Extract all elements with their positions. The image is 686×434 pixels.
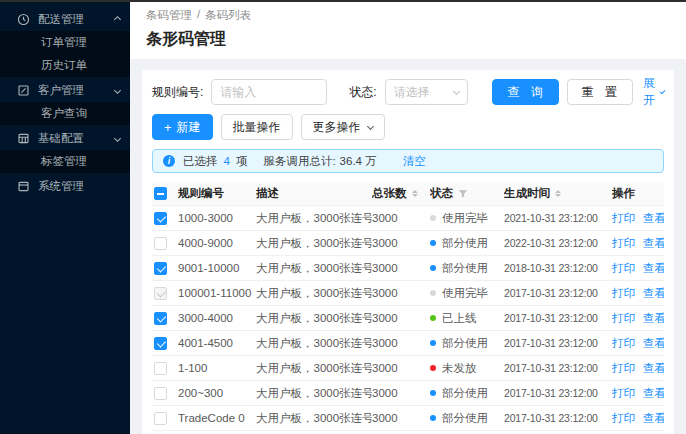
select-all-checkbox[interactable] xyxy=(154,187,167,200)
status-cell: 部分使用 xyxy=(430,336,504,351)
sidebar: 配送管理 订单管理 历史订单 客户管理 客户查询 基础配置 标签管理 xyxy=(0,0,130,434)
status-cell: 使用完毕 xyxy=(430,286,504,301)
search-button[interactable]: 查 询 xyxy=(492,79,558,105)
table-row[interactable]: 3000-4000 大用户板，3000张连号 3000 已上线 2017-10-… xyxy=(152,306,664,331)
rule-number-label: 规则编号: xyxy=(152,84,203,101)
service-total-label: 服务调用总计: xyxy=(263,154,335,169)
table-row[interactable]: 200~300 大用户板，3000张连号 3000 部分使用 2017-10-3… xyxy=(152,381,664,406)
print-link[interactable]: 打印 xyxy=(612,261,635,276)
total-cell: 3000 xyxy=(372,287,430,299)
view-link[interactable]: 查看 xyxy=(643,261,664,276)
sidebar-item-order-management[interactable]: 订单管理 xyxy=(0,31,130,54)
time-cell: 2017-10-31 23:12:00 xyxy=(504,412,612,424)
row-checkbox[interactable] xyxy=(154,312,167,325)
row-checkbox[interactable] xyxy=(154,212,167,225)
description-cell: 大用户板，3000张连号 xyxy=(256,361,372,376)
row-checkbox[interactable] xyxy=(154,237,167,250)
table-row[interactable]: 1000-3000 大用户板，3000张连号 3000 使用完毕 2021-10… xyxy=(152,206,664,231)
rule-code-cell: TradeCode 0 xyxy=(178,412,256,424)
clear-selection-link[interactable]: 清空 xyxy=(403,154,426,169)
view-link[interactable]: 查看 xyxy=(643,286,664,301)
view-link[interactable]: 查看 xyxy=(643,311,664,326)
view-link[interactable]: 查看 xyxy=(643,211,664,226)
row-checkbox[interactable] xyxy=(154,387,167,400)
sorter-icon[interactable] xyxy=(555,190,561,198)
reset-button[interactable]: 重 置 xyxy=(567,79,633,105)
time-cell: 2017-10-31 23:12:00 xyxy=(504,362,612,374)
status-dot-icon xyxy=(430,315,436,321)
filter-funnel-icon[interactable] xyxy=(458,189,468,199)
print-link[interactable]: 打印 xyxy=(612,236,635,251)
table-row[interactable]: 9001-10000 大用户板，3000张连号 3000 部分使用 2018-1… xyxy=(152,256,664,281)
header-total[interactable]: 总张数 xyxy=(372,186,430,201)
view-link[interactable]: 查看 xyxy=(643,411,664,426)
content-card: 规则编号: 状态: 请选择 查 询 重 置 展开 xyxy=(142,70,674,434)
print-link[interactable]: 打印 xyxy=(612,336,635,351)
print-link[interactable]: 打印 xyxy=(612,411,635,426)
table-row[interactable]: 100001-11000 大用户板，3000张连号 3000 使用完毕 2017… xyxy=(152,281,664,306)
filter-form: 规则编号: 状态: 请选择 查 询 重 置 展开 xyxy=(152,78,664,106)
more-operations-button[interactable]: 更多操作 xyxy=(301,114,385,140)
total-cell: 3000 xyxy=(372,312,430,324)
batch-operation-button[interactable]: 批量操作 xyxy=(221,114,293,140)
sidebar-item-delivery-management[interactable]: 配送管理 xyxy=(0,8,130,31)
status-text: 部分使用 xyxy=(442,236,488,251)
chevron-down-icon xyxy=(115,88,120,93)
status-dot-icon xyxy=(430,265,436,271)
table-row[interactable]: 1-100 大用户板，3000张连号 3000 未发放 2017-10-31 2… xyxy=(152,356,664,381)
sidebar-item-label: 订单管理 xyxy=(41,35,87,50)
breadcrumb-item[interactable]: 条码管理 xyxy=(146,8,192,23)
chevron-down-icon xyxy=(659,88,665,94)
print-link[interactable]: 打印 xyxy=(612,311,635,326)
chevron-up-icon xyxy=(115,17,120,22)
clock-icon xyxy=(17,13,30,26)
selection-alert: 已选择 4 项 服务调用总计: 36.4 万 清空 xyxy=(152,149,664,173)
print-link[interactable]: 打印 xyxy=(612,386,635,401)
row-checkbox[interactable] xyxy=(154,262,167,275)
sidebar-item-label: 配送管理 xyxy=(38,12,84,27)
table-row[interactable]: TradeCode 0 大用户板，3000张连号 3000 部分使用 2017-… xyxy=(152,406,664,431)
sidebar-item-basic-config[interactable]: 基础配置 xyxy=(0,127,130,150)
view-link[interactable]: 查看 xyxy=(643,336,664,351)
row-checkbox[interactable] xyxy=(154,362,167,375)
print-link[interactable]: 打印 xyxy=(612,361,635,376)
sidebar-item-system-management[interactable]: 系统管理 xyxy=(0,175,130,198)
row-checkbox[interactable] xyxy=(154,337,167,350)
status-dot-icon xyxy=(430,215,436,221)
sidebar-item-history-orders[interactable]: 历史订单 xyxy=(0,54,130,77)
header-status-label: 状态 xyxy=(430,186,453,201)
layout-icon xyxy=(17,180,30,193)
view-link[interactable]: 查看 xyxy=(643,361,664,376)
time-cell: 2018-10-31 23:12:00 xyxy=(504,262,612,274)
sidebar-item-label-management[interactable]: 标签管理 xyxy=(0,150,130,173)
row-checkbox[interactable] xyxy=(154,287,167,300)
print-link[interactable]: 打印 xyxy=(612,211,635,226)
status-dot-icon xyxy=(430,365,436,371)
status-text: 部分使用 xyxy=(442,411,488,426)
header-time[interactable]: 生成时间 xyxy=(504,186,612,201)
sorter-icon[interactable] xyxy=(412,190,418,198)
sidebar-item-customer-query[interactable]: 客户查询 xyxy=(0,102,130,125)
header-rule-code: 规则编号 xyxy=(178,186,256,201)
rule-number-input[interactable] xyxy=(211,79,327,105)
expand-link[interactable]: 展开 xyxy=(643,75,664,109)
status-select[interactable]: 请选择 xyxy=(385,79,469,105)
rules-table: 规则编号 描述 总张数 状态 生成时间 xyxy=(152,182,664,431)
header-status[interactable]: 状态 xyxy=(430,186,504,201)
table-row[interactable]: 4001-4500 大用户板，3000张连号 3000 部分使用 2017-10… xyxy=(152,331,664,356)
new-button[interactable]: + 新建 xyxy=(152,114,213,140)
print-link[interactable]: 打印 xyxy=(612,286,635,301)
total-cell: 3000 xyxy=(372,262,430,274)
view-link[interactable]: 查看 xyxy=(643,236,664,251)
status-text: 使用完毕 xyxy=(442,286,488,301)
table-row[interactable]: 4000-9000 大用户板，3000张连号 3000 部分使用 2022-10… xyxy=(152,231,664,256)
row-checkbox[interactable] xyxy=(154,412,167,425)
sidebar-item-label: 客户查询 xyxy=(41,106,87,121)
table-header-row: 规则编号 描述 总张数 状态 生成时间 xyxy=(152,182,664,206)
sidebar-item-customer-management[interactable]: 客户管理 xyxy=(0,79,130,102)
info-icon xyxy=(163,155,175,167)
status-dot-icon xyxy=(430,240,436,246)
view-link[interactable]: 查看 xyxy=(643,386,664,401)
app-window: 配送管理 订单管理 历史订单 客户管理 客户查询 基础配置 标签管理 xyxy=(0,0,686,434)
selected-unit: 项 xyxy=(236,154,248,169)
